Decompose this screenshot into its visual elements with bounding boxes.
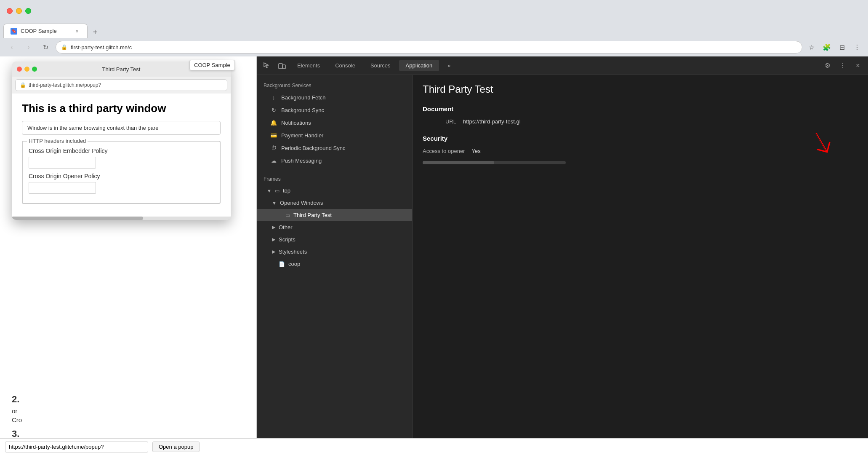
tab-console[interactable]: Console xyxy=(328,60,362,71)
frames-opened-windows[interactable]: ▼ Opened Windows xyxy=(257,197,412,209)
page-step2: 2. xyxy=(12,394,245,405)
scripts-label: Scripts xyxy=(279,236,296,243)
new-tab-button[interactable]: + xyxy=(89,26,101,38)
popup-policy1-input[interactable] xyxy=(29,157,96,169)
page-step2-text: or xyxy=(12,407,245,415)
popup-scrollbar[interactable] xyxy=(12,217,231,220)
frames-top-label: top xyxy=(283,187,290,194)
third-party-test-label: Third Party Test xyxy=(293,212,332,218)
popup-scrollbar-thumb xyxy=(12,217,143,220)
popup-policy1-label: Cross Origin Embedder Policy xyxy=(29,147,214,154)
frames-other[interactable]: ▶ Other xyxy=(257,221,412,233)
browser-window: 🔖 COOP Sample × + ‹ › ↻ 🔒 first-party-te… xyxy=(0,0,868,455)
address-bar[interactable]: 🔒 first-party-test.glitch.me/c xyxy=(56,41,802,54)
panel-url-value: https://third-party-test.gl xyxy=(463,118,521,125)
forward-button[interactable]: › xyxy=(22,40,35,54)
stylesheets-expand-icon: ▶ xyxy=(272,249,275,254)
extensions-icon[interactable]: 🧩 xyxy=(821,41,833,53)
frames-scripts[interactable]: ▶ Scripts xyxy=(257,233,412,246)
third-party-frame-icon: ▭ xyxy=(285,212,290,218)
stylesheets-label: Stylesheets xyxy=(279,249,307,255)
sidebar-item-background-fetch[interactable]: ↕ Background Fetch xyxy=(257,91,412,104)
panel-access-label: Access to opener xyxy=(423,148,465,154)
push-messaging-icon: ☁ xyxy=(270,157,277,164)
panel-url-row: URL https://third-party-test.gl xyxy=(423,118,858,125)
tab-close-button[interactable]: × xyxy=(74,28,80,35)
popup-traffic-lights xyxy=(17,67,37,72)
panel-scrollbar-thumb xyxy=(423,161,494,164)
sidebar-item-push-messaging[interactable]: ☁ Push Messaging xyxy=(257,154,412,167)
frames-stylesheets[interactable]: ▶ Stylesheets xyxy=(257,246,412,258)
sidebar-item-label: Background Fetch xyxy=(281,94,326,101)
popup-headers-legend: HTTP headers included xyxy=(27,138,88,144)
coop-file-icon: 📄 xyxy=(279,261,285,267)
device-toolbar-icon[interactable] xyxy=(275,59,289,72)
tab-bar: 🔖 COOP Sample × + xyxy=(0,22,868,38)
popup-close-light[interactable] xyxy=(17,67,22,72)
periodic-sync-icon: ⏱ xyxy=(270,145,277,151)
frames-header: Frames xyxy=(257,172,412,185)
top-frame-icon: ▭ xyxy=(275,188,280,194)
tab-elements[interactable]: Elements xyxy=(290,60,327,71)
tab-more[interactable]: » xyxy=(441,60,457,71)
background-fetch-icon: ↕ xyxy=(270,94,277,101)
popup-lock-icon: 🔒 xyxy=(20,82,26,88)
opened-windows-collapse-icon: ▼ xyxy=(272,201,277,206)
page-section-2: 2. or Cro 3. se br d xyxy=(12,394,245,438)
tab-application[interactable]: Application xyxy=(399,60,439,71)
svg-rect-1 xyxy=(283,65,285,69)
cast-icon[interactable]: ⊟ xyxy=(836,41,848,53)
sidebar-item-label: Notifications xyxy=(281,120,311,126)
other-label: Other xyxy=(279,224,293,230)
background-sync-icon: ↻ xyxy=(270,107,277,113)
coop-sample-tab[interactable]: 🔖 COOP Sample × xyxy=(3,24,88,38)
back-button[interactable]: ‹ xyxy=(5,40,19,54)
refresh-button[interactable]: ↻ xyxy=(39,40,52,54)
popup-url-input[interactable] xyxy=(5,442,148,452)
devtools-panel: Elements Console Sources Application » ⚙… xyxy=(257,56,868,438)
popup-policy2-label: Cross Origin Opener Policy xyxy=(29,173,214,179)
devtools-more-icon[interactable]: ⋮ xyxy=(836,59,849,72)
sidebar-item-payment-handler[interactable]: 💳 Payment Handler xyxy=(257,129,412,142)
frames-coop[interactable]: 📄 coop xyxy=(257,258,412,270)
toolbar-actions: ☆ 🧩 ⊟ ⋮ xyxy=(806,41,863,53)
frames-top-item[interactable]: ▼ ▭ top xyxy=(257,185,412,197)
panel-access-value: Yes xyxy=(471,148,480,154)
devtools-body: Background Services ↕ Background Fetch ↻… xyxy=(257,75,868,438)
maximize-traffic-light[interactable] xyxy=(25,8,31,14)
devtools-close-icon[interactable]: × xyxy=(851,59,865,72)
sidebar-item-background-sync[interactable]: ↻ Background Sync xyxy=(257,104,412,116)
top-collapse-icon: ▼ xyxy=(267,188,272,193)
tab-sources[interactable]: Sources xyxy=(364,60,397,71)
minimize-traffic-light[interactable] xyxy=(16,8,22,14)
page-step2-subtext: Cro xyxy=(12,416,245,423)
devtools-toolbar: Elements Console Sources Application » ⚙… xyxy=(257,56,868,75)
open-popup-button[interactable]: Open a popup xyxy=(152,442,200,452)
sidebar-item-periodic-bg-sync[interactable]: ⏱ Periodic Background Sync xyxy=(257,142,412,154)
tab-favicon: 🔖 xyxy=(11,28,17,35)
inspect-element-icon[interactable] xyxy=(260,59,274,72)
frames-third-party-test[interactable]: ▶ ▭ Third Party Test xyxy=(257,209,412,221)
coop-label: coop xyxy=(288,261,300,267)
close-traffic-light[interactable] xyxy=(7,8,13,14)
devtools-settings-icon[interactable]: ⚙ xyxy=(821,59,834,72)
bg-services-header: Background Services xyxy=(257,78,412,91)
browser-toolbar: ‹ › ↻ 🔒 first-party-test.glitch.me/c ☆ 🧩… xyxy=(0,38,868,56)
popup-min-light[interactable] xyxy=(24,67,29,72)
page-content: 1. Load this page with a COOP he Cro htt… xyxy=(0,56,257,438)
popup-max-light[interactable] xyxy=(32,67,37,72)
popup-address-bar[interactable]: 🔒 third-party-test.glitch.me/popup? xyxy=(15,79,227,91)
title-bar xyxy=(0,0,868,22)
panel-url-label: URL xyxy=(423,118,456,125)
popup-window: Third Party Test 🔒 third-party-test.glit… xyxy=(12,62,231,220)
traffic-lights xyxy=(7,8,31,14)
menu-icon[interactable]: ⋮ xyxy=(851,41,863,53)
popup-content: This is a third party window Window is i… xyxy=(12,94,231,217)
bookmark-icon[interactable]: ☆ xyxy=(806,41,817,53)
popup-info-box: Window is in the same browsing context t… xyxy=(22,121,221,135)
popup-policy2-input[interactable] xyxy=(29,182,96,194)
sidebar-item-notifications[interactable]: 🔔 Notifications xyxy=(257,116,412,129)
panel-scrollbar[interactable] xyxy=(423,161,566,164)
panel-access-row: Access to opener Yes xyxy=(423,148,858,154)
opened-windows-label: Opened Windows xyxy=(280,200,323,206)
